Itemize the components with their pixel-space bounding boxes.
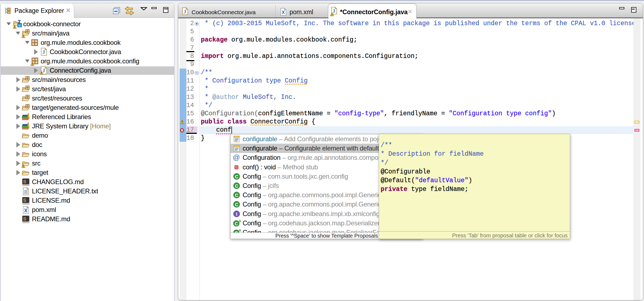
svg-text:S: S [23, 179, 26, 184]
svg-text:J: J [42, 49, 45, 55]
svg-text:A: A [238, 220, 241, 223]
svg-text:I: I [236, 212, 237, 217]
svg-text:@: @ [233, 154, 240, 161]
svg-text:C: C [235, 174, 238, 179]
svg-text:C: C [235, 193, 238, 198]
svg-text:C: C [235, 202, 238, 207]
svg-text:J: J [333, 8, 335, 14]
svg-text:J: J [42, 68, 45, 73]
svg-text:S: S [23, 216, 26, 222]
svg-text:X: X [282, 10, 285, 15]
svg-text:A: A [238, 229, 241, 232]
svg-text:S: S [23, 198, 26, 203]
svg-text:X: X [24, 208, 27, 213]
svg-text:C: C [235, 184, 238, 189]
svg-text:J: J [184, 9, 186, 14]
svg-text:C: C [235, 221, 238, 226]
